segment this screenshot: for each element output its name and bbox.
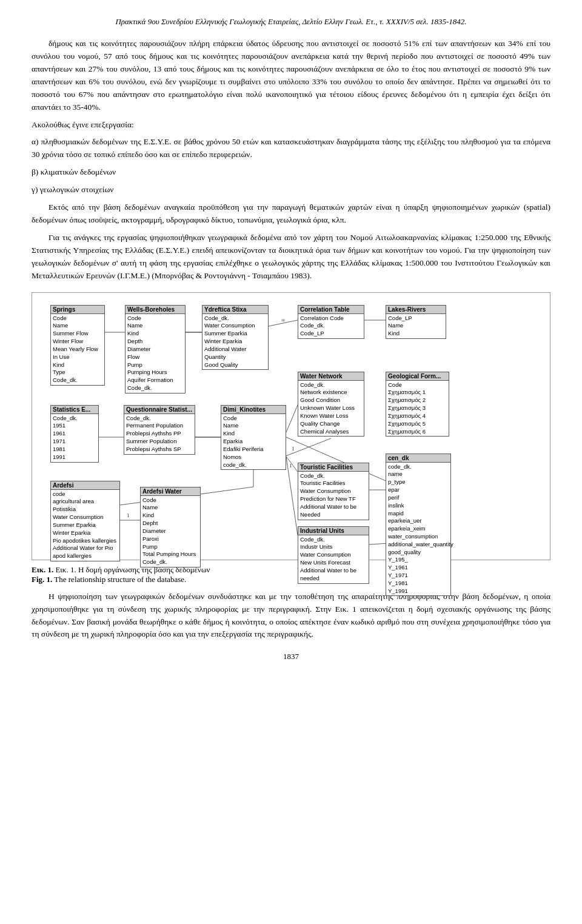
- fig-caption-label-english: Fig. 1.: [32, 575, 52, 584]
- entity-field: Known Water Loss: [300, 412, 362, 420]
- entity-field: Summer Population: [126, 438, 193, 446]
- svg-text:1: 1: [127, 512, 130, 518]
- entity-field: Diameter: [127, 346, 183, 353]
- entity-field: Code_dk.: [127, 384, 183, 392]
- entity-field: 1991: [53, 454, 96, 461]
- entity-field: Pumping Hours: [127, 369, 183, 377]
- entity-field: Pump: [142, 543, 198, 551]
- svg-text:1: 1: [292, 446, 295, 452]
- body-text-section-2: Η ψηφιοποίηση των γεωγραφικών δεδομένων …: [32, 591, 550, 641]
- entity-field: Kind: [53, 361, 102, 369]
- entity-field: Σχηματισμός 3: [388, 404, 447, 412]
- entity-body-correlation: Correlation CodeCode_dk.Code_LP: [298, 314, 364, 338]
- entity-body-lakes: Code_LPNameKind: [386, 314, 446, 338]
- entity-field: Aquifer Formation: [127, 377, 183, 384]
- entity-box-ydref: Ydreftica StixaCode_dk.Water Consumption…: [202, 305, 269, 370]
- entity-box-ardefsi: Ardefsicodeagricultural areaPotistikiaWa…: [50, 481, 120, 561]
- entity-header-industrial: Industrial Units: [298, 527, 369, 535]
- entity-field: Summer Eparkia: [204, 330, 266, 338]
- entity-box-ardefsiwater: Ardefsi WaterCodeNameKindDephtDiameterPa…: [140, 487, 201, 567]
- entity-field: Kind: [142, 512, 198, 520]
- entity-field: Code_dk.: [126, 415, 193, 423]
- entity-field: Correlation Code: [300, 315, 362, 323]
- entity-body-ardefsi: codeagricultural areaPotistikiaWater Con…: [51, 490, 119, 561]
- entity-field: Industr Units: [300, 543, 367, 551]
- entity-body-waternetwork: Code_dk.Network existenceGood ConditionU…: [298, 381, 364, 437]
- entity-field: Σχηματισμός 5: [388, 420, 447, 428]
- entity-body-wells: CodeNameKindDepthDiameterFlowPumpPumping…: [125, 314, 185, 393]
- entity-field: Network existence: [300, 389, 362, 397]
- entity-field: Summer Eparkia: [53, 521, 118, 529]
- entity-field: Permanent Population: [126, 422, 193, 430]
- entity-field: Y_1981: [388, 580, 449, 588]
- entity-field: Water Consumption: [204, 322, 266, 330]
- entity-field: water_consumption: [388, 533, 449, 541]
- entity-field: Depth: [127, 338, 183, 346]
- entity-field: Code_dk.: [53, 415, 96, 423]
- svg-text:1: 1: [289, 463, 292, 469]
- entity-field: Σχηματισμός 2: [388, 397, 447, 404]
- entity-field: 1951: [53, 422, 96, 430]
- entity-field: Additional Water to be Needed: [300, 503, 367, 519]
- entity-field: agricultural area: [53, 498, 118, 506]
- entity-header-springs: Springs: [51, 306, 104, 314]
- header-text: Πρακτικά 9ου Συνεδρίου Ελληνικής Γεωλογι…: [115, 17, 466, 26]
- entity-body-dimi: CodeNameKindEparkiaEdafiki PeriferiaNomo…: [221, 414, 286, 470]
- entity-field: Name: [127, 322, 183, 330]
- entity-field: eparkeia_xeim: [388, 525, 449, 533]
- entity-header-ardefsi: Ardefsi: [51, 481, 119, 490]
- paragraph-3: α) πληθυσμιακών δεδομένων της Ε.Σ.Υ.Ε. σ…: [32, 136, 550, 161]
- entity-field: Eparkia: [223, 438, 284, 446]
- entity-field: 1981: [53, 446, 96, 454]
- entity-field: Problepsi Aythshs SP: [126, 446, 193, 454]
- entity-body-questionnaire: Code_dk.Permanent PopulationProblepsi Ay…: [124, 414, 195, 454]
- entity-field: Good Quality: [204, 361, 266, 369]
- entity-field: Chemical Analyses: [300, 428, 362, 436]
- entity-field: Y_1971: [388, 572, 449, 580]
- entity-header-ardefsiwater: Ardefsi Water: [141, 487, 200, 496]
- entity-box-lakes: Lakes-RiversCode_LPNameKind: [386, 305, 446, 339]
- entity-field: code_dk.: [223, 461, 284, 469]
- entity-header-lakes: Lakes-Rivers: [386, 306, 446, 314]
- entity-field: Pump: [127, 361, 183, 369]
- entity-header-questionnaire: Questionnaire Statist...: [124, 406, 195, 414]
- entity-field: Touristic Facilities: [300, 480, 367, 487]
- entity-field: Code_dk.: [300, 322, 362, 330]
- entity-field: Prediction for New TF: [300, 495, 367, 503]
- svg-line-20: [286, 457, 298, 472]
- entity-field: Code: [127, 315, 183, 323]
- entity-field: Name: [142, 504, 198, 512]
- entity-box-questionnaire: Questionnaire Statist...Code_dk.Permanen…: [124, 405, 195, 455]
- entity-field: Σχηματισμός 4: [388, 412, 447, 420]
- entity-field: epar: [388, 486, 449, 494]
- entity-field: Water Consumption: [53, 514, 118, 521]
- entity-field: Winter Eparkia: [204, 338, 266, 346]
- entity-box-correlation: Correlation TableCorrelation CodeCode_dk…: [298, 305, 364, 339]
- entity-field: Code_dk.: [300, 472, 367, 480]
- diagram-inner: ∞ ∞ 1: [37, 299, 545, 554]
- entity-header-ydref: Ydreftica Stixa: [202, 306, 268, 314]
- entity-field: Winter Eparkia: [53, 529, 118, 537]
- page-number: 1837: [32, 652, 550, 661]
- entity-field: Good Condition: [300, 397, 362, 404]
- entity-field: Code_LP: [300, 330, 362, 338]
- paragraph-1: δήμους και τις κοινότητες παρουσιάζουν π…: [32, 38, 550, 114]
- entity-body-ydref: Code_dk.Water ConsumptionSummer EparkiaW…: [202, 314, 268, 370]
- entity-field: eparkeia_uer: [388, 517, 449, 525]
- entity-field: Pio apodotikes kallergies: [53, 537, 118, 545]
- entity-header-correlation: Correlation Table: [298, 306, 364, 314]
- entity-field: Kind: [127, 330, 183, 338]
- entity-box-springs: SpringsCodeNameSummer FlowWinter FlowMea…: [50, 305, 105, 386]
- entity-box-dimi: Dimi_KinotitesCodeNameKindEparkiaEdafiki…: [221, 405, 286, 470]
- entity-box-wells: Wells-BoreholesCodeNameKindDepthDiameter…: [125, 305, 186, 393]
- entity-field: Name: [388, 322, 444, 330]
- entity-field: Kind: [388, 330, 444, 338]
- entity-field: New Units Forecast: [300, 559, 367, 567]
- entity-field: Paroxi: [142, 535, 198, 543]
- entity-field: Code: [388, 381, 447, 389]
- entity-box-geological: Geological Form...CodeΣχηματισμός 1Σχημα…: [386, 372, 449, 437]
- entity-field: good_quality: [388, 549, 449, 557]
- entity-body-statistics: Code_dk.19511961197119811991: [51, 414, 98, 462]
- entity-field: Code_dk.: [142, 558, 198, 566]
- entity-field: inslink: [388, 502, 449, 510]
